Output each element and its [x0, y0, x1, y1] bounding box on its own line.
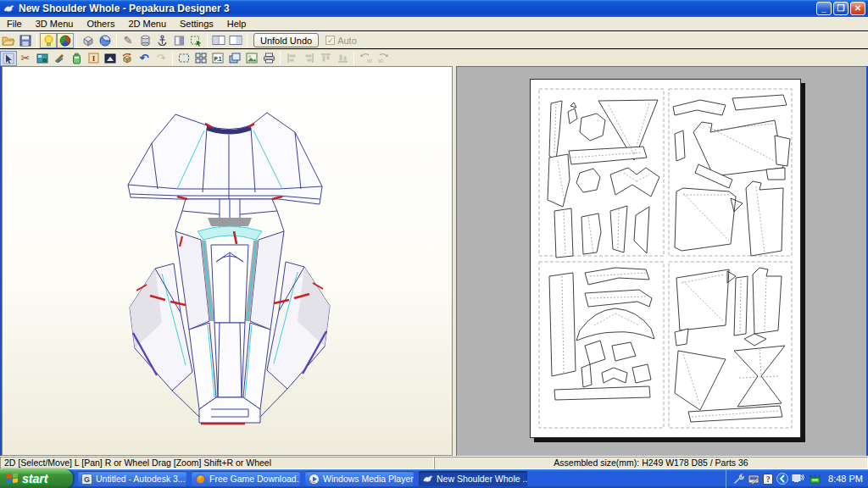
select-arrow-button[interactable]	[0, 51, 17, 66]
menu-2d[interactable]: 2D Menu	[121, 18, 173, 30]
rotate-cw-90-button[interactable]: 90	[374, 51, 391, 66]
window-title: New Shoulder Whole - Pepakura Designer 3	[19, 3, 230, 14]
print-button[interactable]	[260, 51, 277, 66]
toolbar-2d: ✂ I	[0, 49, 868, 66]
align-top-button[interactable]	[317, 51, 334, 66]
menu-settings[interactable]: Settings	[173, 18, 220, 30]
open-file-button[interactable]	[0, 33, 17, 48]
undo-button[interactable]: ↶	[136, 51, 153, 66]
light-bulb-icon	[43, 35, 54, 47]
material-button[interactable]	[102, 51, 119, 66]
restore-button[interactable]: ❐	[833, 2, 849, 15]
align-bottom-button[interactable]	[334, 51, 351, 66]
network-status-tray-icon[interactable]	[809, 474, 821, 485]
close-button[interactable]: ✕	[850, 2, 865, 15]
rotate-box-icon	[121, 53, 133, 64]
tool-tray-icon[interactable]	[733, 474, 744, 485]
taskbar-item-label: Untitled - Autodesk 3...	[96, 474, 186, 484]
texture-view-button[interactable]	[57, 33, 74, 48]
select-area-button[interactable]	[187, 33, 204, 48]
status-assembled-size: Assembled size(mm): H249 W178 D85 / Part…	[434, 457, 868, 469]
align-right-icon	[303, 53, 314, 64]
help-tray-icon[interactable]: ?	[763, 474, 773, 485]
anchor-tool-button[interactable]	[153, 33, 170, 48]
image-export-icon	[246, 53, 258, 64]
layers-icon	[229, 53, 241, 64]
taskbar-item-label: Windows Media Player	[323, 474, 414, 484]
taskbar-item-label: New Shoulder Whole ...	[437, 474, 527, 484]
menu-3d[interactable]: 3D Menu	[29, 18, 81, 30]
anchor-icon	[157, 35, 168, 47]
redo-arrow-icon: ↷	[157, 53, 166, 64]
cursor-arrow-icon	[3, 53, 14, 64]
svg-text:90: 90	[378, 58, 383, 64]
save-file-button[interactable]	[17, 33, 34, 48]
menu-others[interactable]: Others	[80, 18, 121, 30]
menu-file[interactable]: File	[0, 18, 29, 30]
solid-view-button[interactable]	[80, 33, 97, 48]
rotate-cw-icon: 90	[376, 53, 389, 64]
arrange-parts-button[interactable]	[192, 51, 209, 66]
app-logo-icon	[3, 3, 15, 14]
taskbar-item-label: Free Game Download...	[209, 474, 300, 484]
text-icon: I	[88, 53, 99, 64]
svg-text:?: ?	[766, 475, 771, 484]
pen-tool-button[interactable]: ✎	[120, 33, 136, 48]
rotate-ccw-icon: 90	[359, 53, 372, 64]
color-pens-button[interactable]	[51, 51, 68, 66]
auto-checkbox[interactable]: ✓	[326, 36, 335, 45]
export-image-button[interactable]	[243, 51, 260, 66]
zoom-area-button[interactable]	[175, 51, 192, 66]
viewport-3d[interactable]	[2, 66, 453, 456]
page-number-button[interactable]: P.1	[209, 51, 226, 66]
battery-button[interactable]	[68, 51, 85, 66]
layout-2d-pane-button[interactable]	[227, 33, 244, 48]
svg-text:P.1: P.1	[214, 56, 222, 62]
zoom-rect-icon	[178, 53, 190, 64]
menu-bar: File 3D Menu Others 2D Menu Settings Hel…	[0, 17, 868, 30]
taskbar-item-pepakura[interactable]: New Shoulder Whole ...	[419, 471, 527, 486]
menu-help[interactable]: Help	[220, 18, 253, 30]
battery-icon	[72, 53, 81, 64]
pattern-layout	[531, 80, 800, 437]
svg-text:G: G	[84, 475, 90, 484]
insert-text-button[interactable]: I	[85, 51, 102, 66]
cylinder-tool-button[interactable]	[136, 33, 153, 48]
align-top-icon	[320, 53, 331, 64]
clock[interactable]: 8:48 PM	[828, 474, 863, 484]
cut-edges-button[interactable]: ✂	[17, 51, 34, 66]
rotate-ccw-90-button[interactable]: 90	[357, 51, 374, 66]
content-area	[0, 66, 868, 456]
texture-image-button[interactable]	[34, 51, 51, 66]
taskbar-item-firefox[interactable]: Free Game Download...	[192, 471, 300, 486]
align-right-button[interactable]	[300, 51, 317, 66]
panel-view-button[interactable]	[170, 33, 187, 48]
taskbar-item-autodesk[interactable]: G Untitled - Autodesk 3...	[78, 471, 186, 486]
rotate-part-button[interactable]	[119, 51, 136, 66]
single-view-icon	[229, 35, 242, 46]
layers-button[interactable]	[226, 51, 243, 66]
printer-icon	[263, 53, 275, 64]
split-view-icon	[212, 35, 225, 46]
section-view-button[interactable]	[97, 33, 114, 48]
minimize-button[interactable]: _	[816, 2, 832, 15]
pens-icon	[53, 53, 65, 64]
taskbar: start G Untitled - Autodesk 3... Free Ga…	[0, 469, 868, 488]
viewport-2d[interactable]	[456, 66, 866, 456]
firefox-icon	[195, 474, 206, 485]
monitor-audio-tray-icon[interactable]	[792, 474, 805, 485]
wmp-icon	[309, 474, 320, 485]
align-left-button[interactable]	[283, 51, 300, 66]
taskbar-item-wmp[interactable]: Windows Media Player	[305, 471, 414, 486]
undo-arrow-icon: ↶	[140, 53, 149, 64]
title-bar[interactable]: New Shoulder Whole - Pepakura Designer 3…	[0, 0, 868, 17]
unfold-undo-button[interactable]: Unfold Undo	[253, 33, 319, 47]
toolbar-main: ✎	[0, 31, 868, 48]
svg-text:90: 90	[367, 58, 372, 64]
collapse-arrow-icon[interactable]	[776, 473, 788, 485]
layout-both-panes-button[interactable]	[210, 33, 227, 48]
input-settings-tray-icon[interactable]	[748, 474, 760, 485]
light-toggle-button[interactable]	[40, 33, 57, 48]
start-button[interactable]: start	[0, 469, 73, 488]
redo-button[interactable]: ↷	[153, 51, 170, 66]
